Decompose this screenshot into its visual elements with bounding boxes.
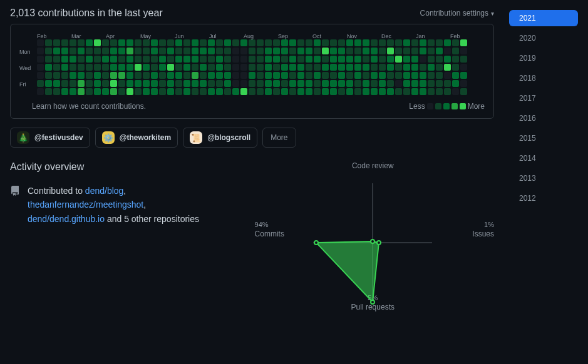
learn-contributions-link[interactable]: Learn how we count contributions. bbox=[32, 102, 146, 111]
contribution-day-cell[interactable] bbox=[240, 72, 247, 79]
contribution-day-cell[interactable] bbox=[289, 39, 296, 46]
contribution-day-cell[interactable] bbox=[167, 56, 174, 63]
contribution-day-cell[interactable] bbox=[354, 80, 361, 87]
contribution-day-cell[interactable] bbox=[192, 72, 199, 79]
contribution-day-cell[interactable] bbox=[53, 72, 60, 79]
contribution-calendar-grid[interactable] bbox=[37, 39, 467, 97]
contribution-day-cell[interactable] bbox=[379, 80, 386, 87]
contribution-day-cell[interactable] bbox=[346, 64, 353, 71]
contribution-day-cell[interactable] bbox=[273, 39, 280, 46]
year-filter-2015[interactable]: 2015 bbox=[509, 130, 578, 146]
contribution-day-cell[interactable] bbox=[330, 56, 337, 63]
contribution-day-cell[interactable] bbox=[151, 64, 158, 71]
contribution-day-cell[interactable] bbox=[403, 72, 410, 79]
contribution-day-cell[interactable] bbox=[371, 48, 378, 54]
contribution-day-cell[interactable] bbox=[444, 48, 451, 54]
contribution-day-cell[interactable] bbox=[460, 88, 467, 95]
contribution-day-cell[interactable] bbox=[395, 88, 402, 95]
contribution-day-cell[interactable] bbox=[151, 39, 158, 46]
contribution-day-cell[interactable] bbox=[70, 72, 76, 79]
contribution-day-cell[interactable] bbox=[126, 72, 133, 79]
contribution-day-cell[interactable] bbox=[452, 64, 459, 71]
contribution-day-cell[interactable] bbox=[167, 88, 174, 95]
contribution-day-cell[interactable] bbox=[78, 80, 85, 87]
contribution-day-cell[interactable] bbox=[460, 48, 467, 54]
contribution-day-cell[interactable] bbox=[183, 56, 190, 63]
contribution-day-cell[interactable] bbox=[45, 72, 52, 79]
contribution-day-cell[interactable] bbox=[452, 72, 459, 79]
contribution-day-cell[interactable] bbox=[379, 88, 386, 95]
contribution-day-cell[interactable] bbox=[281, 88, 288, 95]
contribution-day-cell[interactable] bbox=[126, 39, 133, 46]
contribution-day-cell[interactable] bbox=[460, 80, 467, 87]
contribution-day-cell[interactable] bbox=[281, 80, 288, 87]
contribution-day-cell[interactable] bbox=[151, 56, 158, 63]
contribution-day-cell[interactable] bbox=[395, 80, 402, 87]
contribution-day-cell[interactable] bbox=[232, 56, 239, 63]
contribution-day-cell[interactable] bbox=[452, 48, 459, 54]
contribution-day-cell[interactable] bbox=[151, 88, 158, 95]
contribution-day-cell[interactable] bbox=[346, 39, 353, 46]
contribution-day-cell[interactable] bbox=[297, 39, 304, 46]
contribution-day-cell[interactable] bbox=[240, 39, 247, 46]
contribution-day-cell[interactable] bbox=[330, 48, 337, 54]
contribution-day-cell[interactable] bbox=[306, 56, 312, 63]
contribution-day-cell[interactable] bbox=[428, 39, 435, 46]
contribution-day-cell[interactable] bbox=[135, 88, 142, 95]
contribution-day-cell[interactable] bbox=[379, 72, 386, 79]
contribution-day-cell[interactable] bbox=[338, 39, 345, 46]
contribution-day-cell[interactable] bbox=[53, 48, 60, 54]
contribution-day-cell[interactable] bbox=[306, 88, 312, 95]
contribution-day-cell[interactable] bbox=[224, 56, 231, 63]
contribution-day-cell[interactable] bbox=[175, 80, 182, 87]
contribution-day-cell[interactable] bbox=[118, 88, 125, 95]
contribution-day-cell[interactable] bbox=[363, 88, 369, 95]
org-pill-2[interactable]: 📜@blogscroll bbox=[183, 128, 257, 148]
contribution-day-cell[interactable] bbox=[289, 72, 296, 79]
contribution-day-cell[interactable] bbox=[94, 48, 101, 54]
contribution-day-cell[interactable] bbox=[289, 80, 296, 87]
contribution-day-cell[interactable] bbox=[167, 48, 174, 54]
contribution-day-cell[interactable] bbox=[395, 72, 402, 79]
contribution-day-cell[interactable] bbox=[61, 88, 68, 95]
contribution-day-cell[interactable] bbox=[192, 80, 199, 87]
contribution-day-cell[interactable] bbox=[273, 48, 280, 54]
contribution-day-cell[interactable] bbox=[387, 56, 394, 63]
contribution-day-cell[interactable] bbox=[86, 56, 93, 63]
contribution-day-cell[interactable] bbox=[338, 48, 345, 54]
contribution-day-cell[interactable] bbox=[322, 88, 329, 95]
contribution-day-cell[interactable] bbox=[232, 39, 239, 46]
org-pill-1[interactable]: ⚙️@theworkitem bbox=[95, 128, 178, 148]
contribution-day-cell[interactable] bbox=[428, 64, 435, 71]
year-filter-2019[interactable]: 2019 bbox=[509, 50, 578, 66]
contribution-day-cell[interactable] bbox=[216, 39, 223, 46]
contribution-day-cell[interactable] bbox=[183, 88, 190, 95]
contribution-day-cell[interactable] bbox=[354, 88, 361, 95]
contribution-day-cell[interactable] bbox=[379, 48, 386, 54]
contribution-day-cell[interactable] bbox=[314, 48, 321, 54]
contribution-day-cell[interactable] bbox=[354, 39, 361, 46]
contribution-day-cell[interactable] bbox=[452, 39, 459, 46]
contribution-day-cell[interactable] bbox=[183, 80, 190, 87]
contribution-day-cell[interactable] bbox=[428, 48, 435, 54]
contribution-day-cell[interactable] bbox=[78, 88, 85, 95]
contribution-day-cell[interactable] bbox=[224, 64, 231, 71]
contribution-day-cell[interactable] bbox=[151, 80, 158, 87]
contribution-day-cell[interactable] bbox=[306, 39, 312, 46]
contribution-day-cell[interactable] bbox=[86, 48, 93, 54]
contribution-day-cell[interactable] bbox=[273, 88, 280, 95]
contribution-day-cell[interactable] bbox=[61, 64, 68, 71]
contribution-day-cell[interactable] bbox=[346, 72, 353, 79]
contribution-day-cell[interactable] bbox=[183, 48, 190, 54]
contribution-day-cell[interactable] bbox=[143, 88, 150, 95]
contribution-day-cell[interactable] bbox=[192, 64, 199, 71]
contribution-day-cell[interactable] bbox=[314, 88, 321, 95]
contribution-day-cell[interactable] bbox=[338, 72, 345, 79]
contribution-day-cell[interactable] bbox=[224, 48, 231, 54]
contribution-day-cell[interactable] bbox=[159, 88, 166, 95]
contribution-day-cell[interactable] bbox=[306, 72, 312, 79]
contribution-day-cell[interactable] bbox=[208, 80, 215, 87]
contribution-day-cell[interactable] bbox=[216, 64, 223, 71]
contribution-day-cell[interactable] bbox=[192, 88, 199, 95]
contribution-day-cell[interactable] bbox=[403, 39, 410, 46]
